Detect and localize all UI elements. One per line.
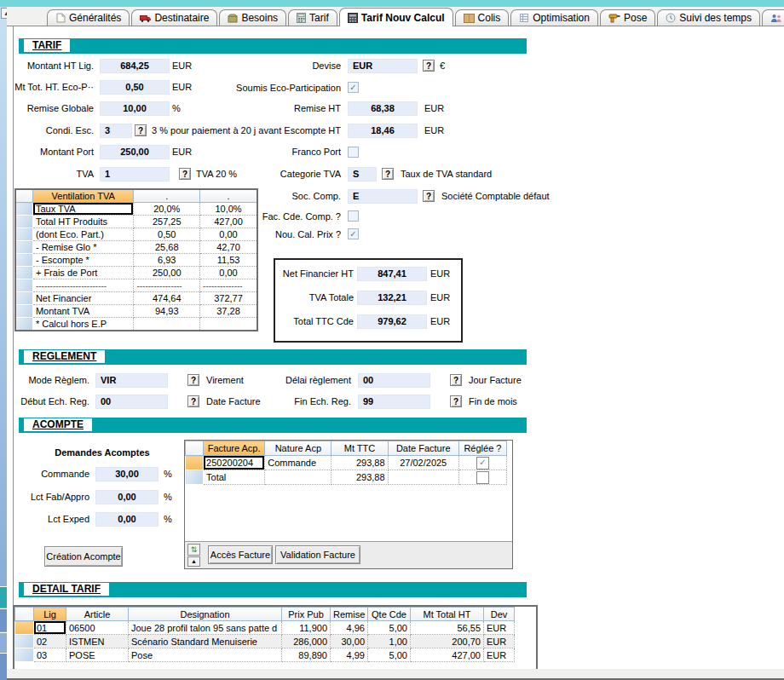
tab-destinataire[interactable]: Destinataire xyxy=(131,9,217,26)
ventilation-col-header[interactable]: . xyxy=(134,189,200,203)
fin-ech-field[interactable]: 99 xyxy=(358,395,430,409)
remise-cell[interactable]: 30,00 xyxy=(331,635,368,648)
tab-contacts[interactable]: Contacts xyxy=(762,9,784,26)
dev-cell[interactable]: EUR xyxy=(484,648,515,662)
soc-comp-field[interactable]: E xyxy=(348,189,418,204)
devise-field[interactable]: EUR xyxy=(348,59,418,73)
designation-cell[interactable]: Joue 28 profil talon 95 sans patte d xyxy=(129,621,282,635)
remise-ht-field[interactable]: 68,38 xyxy=(348,101,418,116)
fac-cde-checkbox[interactable] xyxy=(348,210,359,222)
tab-tarif[interactable]: Tarif xyxy=(288,9,337,26)
debut-ech-help-button[interactable]: ? xyxy=(187,395,199,407)
delai-reglement-field[interactable]: 00 xyxy=(358,373,430,388)
validation-facture-button[interactable]: Validation Facture xyxy=(275,545,360,564)
fin-ech-help-button[interactable]: ? xyxy=(450,395,462,407)
categorie-tva-field[interactable]: S xyxy=(348,167,377,182)
tab-besoins[interactable]: Besoins xyxy=(219,9,286,26)
mt-ttc-cell[interactable]: 293,88 xyxy=(331,470,388,485)
ventilation-title-header[interactable]: Ventilation TVA xyxy=(32,189,134,203)
tab-colis[interactable]: Colis xyxy=(455,9,510,26)
date-cell[interactable] xyxy=(388,470,458,485)
qte-cde-cell[interactable]: 5,00 xyxy=(368,648,411,662)
debut-ech-field[interactable]: 00 xyxy=(95,395,168,409)
categorie-tva-help-button[interactable]: ? xyxy=(382,168,394,180)
row-header[interactable] xyxy=(15,228,32,241)
col-header-facture-acp[interactable]: Facture Acp. xyxy=(204,441,265,456)
dev-cell[interactable]: EUR xyxy=(484,621,515,635)
tva-field[interactable]: 1 xyxy=(100,167,170,182)
reglee-cell[interactable]: ✓ xyxy=(458,456,506,470)
reglee-cell[interactable] xyxy=(458,470,506,485)
row-header[interactable] xyxy=(15,318,32,331)
nature-cell[interactable]: Commande xyxy=(265,456,331,470)
tab-suivi-des-temps[interactable]: Suivi des temps xyxy=(657,9,760,26)
acces-facture-button[interactable]: Accès Facture xyxy=(208,545,273,564)
col-header-article[interactable]: Article xyxy=(66,608,129,621)
mt-total-ht-cell[interactable]: 427,00 xyxy=(411,648,484,662)
col-header-prix-pub[interactable]: Prix Pub xyxy=(282,608,331,621)
designation-cell[interactable]: Scénario Standard Menuiserie xyxy=(129,635,282,648)
row-header[interactable] xyxy=(15,216,32,228)
commande-field[interactable]: 30,00 xyxy=(95,467,159,481)
sort-button[interactable]: ⇅ xyxy=(187,544,200,556)
facture-cell[interactable]: Total xyxy=(204,470,265,485)
lig-cell[interactable]: 01 xyxy=(34,621,66,635)
remise-globale-field[interactable]: 10,00 xyxy=(100,101,170,116)
devise-help-button[interactable]: ? xyxy=(423,60,435,72)
article-cell[interactable]: POSE xyxy=(66,648,129,662)
montant-port-field[interactable]: 250,00 xyxy=(100,145,170,159)
tab-optimisation[interactable]: Optimisation xyxy=(510,9,598,26)
row-header[interactable] xyxy=(15,621,34,635)
col-header-nature-acp[interactable]: Nature Acp xyxy=(265,441,331,456)
reglee-checkbox[interactable] xyxy=(476,471,489,484)
soumis-eco-checkbox[interactable]: ✓ xyxy=(348,82,359,93)
facture-cell[interactable]: 250200204 xyxy=(204,456,265,470)
dev-cell[interactable]: EUR xyxy=(484,635,515,648)
table-corner-cell[interactable] xyxy=(186,441,204,456)
row-header[interactable] xyxy=(186,470,204,485)
designation-cell[interactable]: Pose xyxy=(129,648,282,662)
col-header-date-facture[interactable]: Date Facture xyxy=(388,441,458,456)
nature-cell[interactable] xyxy=(265,470,331,485)
montant-ht-lig-field[interactable]: 684,25 xyxy=(100,59,170,73)
article-cell[interactable]: ISTMEN xyxy=(66,635,129,648)
row-header[interactable] xyxy=(15,267,32,279)
lct-exped-field[interactable]: 0,00 xyxy=(95,512,159,527)
col-header-designation[interactable]: Designation xyxy=(129,608,282,621)
date-cell[interactable]: 27/02/2025 xyxy=(388,456,458,470)
total-ttc-field[interactable]: 979,62 xyxy=(357,314,427,329)
cell-taux-tva[interactable]: Taux TVA xyxy=(32,203,134,216)
row-header[interactable] xyxy=(15,292,32,305)
remise-cell[interactable]: 4,99 xyxy=(331,648,368,662)
nou-cal-checkbox[interactable]: ✓ xyxy=(348,228,359,239)
prix-pub-cell[interactable]: 11,900 xyxy=(282,621,331,635)
lig-cell[interactable]: 02 xyxy=(34,635,66,648)
lct-fab-field[interactable]: 0,00 xyxy=(95,490,159,504)
row-up-button[interactable]: ▲ xyxy=(187,556,200,567)
reglee-checkbox[interactable]: ✓ xyxy=(476,457,489,470)
col-header-qte-cde[interactable]: Qte Cde xyxy=(368,608,411,621)
row-header[interactable] xyxy=(15,254,32,267)
remise-cell[interactable]: 4,96 xyxy=(331,621,368,635)
mode-reglem-help-button[interactable]: ? xyxy=(187,374,199,386)
franco-port-checkbox[interactable] xyxy=(348,147,359,158)
col-header-dev[interactable]: Dev xyxy=(484,608,515,621)
tab-generalites[interactable]: Généralités xyxy=(47,9,130,26)
mt-total-ht-cell[interactable]: 200,70 xyxy=(411,635,484,648)
soc-comp-help-button[interactable]: ? xyxy=(423,190,435,202)
tva-totale-field[interactable]: 132,21 xyxy=(357,291,427,305)
tab-pose[interactable]: Pose xyxy=(600,9,655,26)
delai-reglement-help-button[interactable]: ? xyxy=(450,374,462,386)
mode-reglem-field[interactable]: VIR xyxy=(95,373,168,388)
row-header[interactable] xyxy=(186,456,204,470)
creation-acompte-button[interactable]: Création Acompte xyxy=(44,546,123,567)
row-header[interactable] xyxy=(15,635,34,648)
lig-cell[interactable]: 03 xyxy=(34,648,66,662)
row-header[interactable] xyxy=(15,203,32,216)
table-corner-cell[interactable] xyxy=(15,608,34,621)
article-cell[interactable]: 06500 xyxy=(66,621,129,635)
col-header-reglee[interactable]: Réglée ? xyxy=(458,441,506,456)
condi-esc-help-button[interactable]: ? xyxy=(135,124,147,136)
table-corner-cell[interactable] xyxy=(15,189,32,203)
escompte-ht-field[interactable]: 18,46 xyxy=(348,124,418,138)
